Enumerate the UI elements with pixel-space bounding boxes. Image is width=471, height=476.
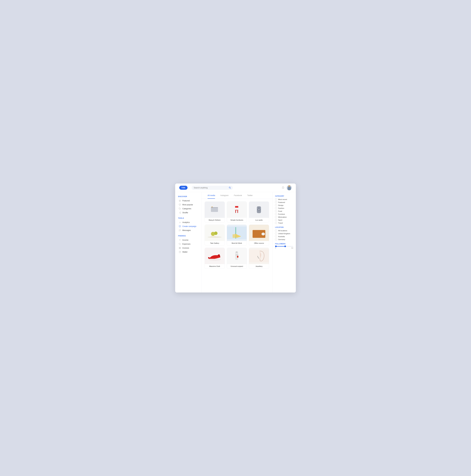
sidebar-label-expenses: Expenses [182, 243, 191, 245]
checkbox-featured[interactable]: Featured [275, 201, 293, 203]
sidebar-item-create-campaign[interactable]: Create campaign [178, 224, 198, 228]
search-input[interactable] [194, 187, 229, 189]
followers-slider[interactable]: 0 5M [275, 246, 293, 249]
tools-section-title: TOOLS [178, 217, 198, 219]
checkbox-all-locations[interactable]: All locations [275, 230, 293, 232]
card-image-lux-audio [249, 202, 269, 218]
card-unusual-suspect[interactable]: ml/18.6cl Unusual suspect [227, 248, 247, 269]
checkbox-furniture-box[interactable] [275, 213, 277, 215]
speaker-image [253, 204, 265, 215]
sidebar-label-featured: Featured [182, 200, 190, 202]
sidebar-item-analytics[interactable]: Analytics [178, 221, 198, 224]
logo-button[interactable]: TRK [179, 186, 188, 190]
sidebar-item-invoices[interactable]: Invoices [178, 246, 198, 250]
card-label-best-art-work: Best Art Work [227, 241, 247, 245]
card-office-source[interactable]: Office source [249, 225, 269, 246]
svg-line-6 [179, 212, 179, 212]
tab-facebook[interactable]: Facebook [231, 192, 245, 199]
checkbox-fashion[interactable]: Fashion [275, 207, 293, 209]
chair-image [231, 204, 243, 215]
tab-instagram[interactable]: Instagram [218, 192, 231, 199]
checkbox-food-box[interactable] [275, 210, 277, 212]
svg-rect-26 [237, 210, 238, 213]
card-label-bang-olufsen: Bang & Olufsen [205, 218, 225, 222]
checkbox-minimalism[interactable]: Minimalism [275, 216, 293, 218]
checkbox-most-recent-box[interactable] [275, 198, 277, 200]
svg-rect-19 [235, 206, 238, 206]
card-image-unusual-suspect: ml/18.6cl [227, 248, 247, 264]
card-image-massimo-dutti [205, 248, 225, 264]
svg-line-1 [230, 188, 231, 188]
checkbox-united-kingdom-box[interactable] [275, 233, 277, 235]
svg-point-45 [237, 256, 238, 258]
tabs-bar: All media Instagram Facebook Twitter [201, 192, 272, 199]
sidebar-item-wallet[interactable]: Wallet [178, 250, 198, 254]
svg-rect-14 [180, 248, 181, 249]
checkbox-fashion-box[interactable] [275, 207, 277, 209]
checkbox-design[interactable]: Design [275, 204, 293, 206]
svg-rect-16 [211, 207, 218, 212]
checkbox-sport-box[interactable] [275, 219, 277, 221]
notification-button[interactable] [282, 186, 284, 189]
checkbox-featured-box[interactable] [275, 201, 277, 203]
svg-rect-44 [236, 252, 237, 252]
sidebar-item-featured[interactable]: Featured [178, 199, 198, 203]
checkbox-most-recent[interactable]: Most recent [275, 198, 293, 200]
checkbox-minimalism-box[interactable] [275, 216, 277, 218]
avatar[interactable] [287, 185, 292, 190]
sidebar-item-categories[interactable]: Categories [178, 207, 198, 211]
checkbox-travel[interactable]: Travel [275, 222, 293, 224]
checkbox-australia-box[interactable] [275, 236, 277, 238]
card-label-tate-gallery: Tate Gallery [205, 241, 225, 245]
checkbox-furniture[interactable]: Furniture [275, 213, 293, 215]
card-image-office-source [249, 225, 269, 241]
card-simple-furnitures[interactable]: Simple furnitures [227, 202, 247, 222]
card-tate-gallery[interactable]: Tate Gallery [205, 225, 225, 246]
heart-icon [179, 204, 181, 206]
checkbox-all-locations-box[interactable] [275, 230, 277, 232]
checkbox-travel-box[interactable] [275, 222, 277, 224]
card-massimo-dutti[interactable]: Massimo Dutti [205, 248, 225, 269]
sidebar-label-most-popular: Most popular [182, 204, 193, 206]
office-image [249, 226, 269, 239]
checkbox-australia[interactable]: Australia [275, 236, 293, 238]
checkbox-design-box[interactable] [275, 204, 277, 206]
sidebar-item-messages[interactable]: Messages [178, 228, 198, 232]
tab-twitter[interactable]: Twitter [245, 192, 255, 199]
category-title: CATEGORY [275, 195, 293, 197]
tab-all-media[interactable]: All media [205, 192, 218, 199]
tag-icon [179, 207, 181, 210]
svg-marker-2 [179, 200, 181, 202]
card-bang-olufsen[interactable]: Bang & Olufsen [205, 202, 225, 222]
checkbox-united-kingdom[interactable]: United Kingdom [275, 233, 293, 235]
card-label-lux-audio: Lux audio [249, 218, 269, 222]
card-jewellery[interactable]: Jewellery [249, 248, 269, 269]
star-icon [179, 200, 181, 202]
expenses-icon [179, 243, 181, 245]
checkbox-fashion-label: Fashion [278, 207, 284, 209]
checkbox-germany-box[interactable] [275, 238, 277, 240]
shuffle-icon [179, 211, 181, 214]
search-icon [229, 187, 231, 189]
checkbox-germany[interactable]: Germany [275, 238, 293, 240]
bang-olufsen-image [209, 204, 221, 215]
slider-handle-right[interactable] [284, 245, 286, 247]
checkbox-food[interactable]: Food [275, 210, 293, 212]
slider-handle-left[interactable] [275, 245, 277, 247]
svg-line-5 [180, 213, 181, 214]
search-icon-button[interactable] [229, 187, 231, 189]
sidebar-item-expenses[interactable]: Expenses [178, 242, 198, 246]
sidebar-item-shuffle[interactable]: Shuffle [178, 211, 198, 215]
card-best-art-work[interactable]: Best Art Work [227, 225, 247, 246]
sidebar-item-most-popular[interactable]: Most popular [178, 203, 198, 207]
svg-point-41 [261, 233, 265, 235]
slider-min-label: 0 [275, 247, 276, 249]
sidebar-item-income[interactable]: Income [178, 238, 198, 242]
app-window: TRK DISCOVER F [175, 184, 296, 292]
slider-labels: 0 5M [275, 247, 293, 249]
card-label-simple-furnitures: Simple furnitures [227, 218, 247, 222]
checkbox-sport[interactable]: Sport [275, 219, 293, 221]
discover-section-title: DISCOVER [178, 196, 198, 197]
card-lux-audio[interactable]: Lux audio [249, 202, 269, 222]
jewellery-image [249, 249, 269, 263]
